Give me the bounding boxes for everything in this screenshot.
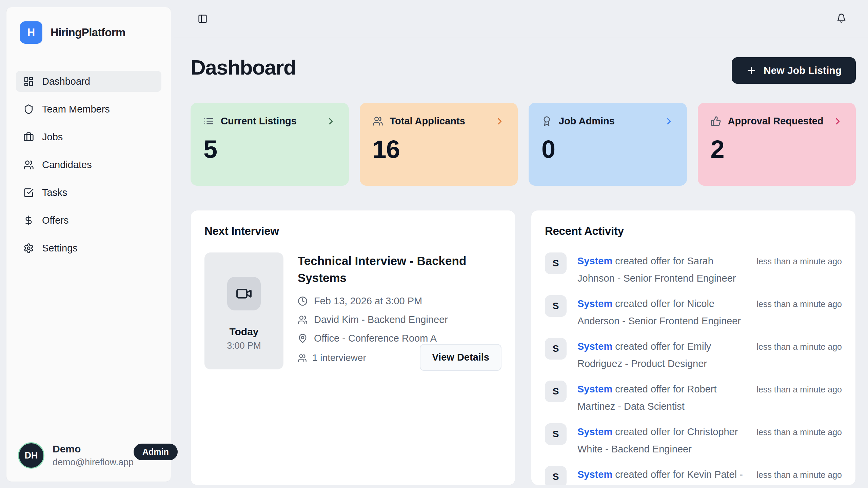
chevron-right-icon [664,116,674,126]
user-name: Demo [53,443,134,455]
interviewer-count-label: 1 interviewer [312,352,366,363]
activity-actor-link[interactable]: System [577,426,612,437]
sidebar-item-jobs[interactable]: Jobs [16,126,161,147]
video-camera-icon [236,285,252,302]
list-icon [203,116,214,126]
recent-activity-title: Recent Activity [545,225,842,238]
clock-icon [298,296,308,306]
sidebar-item-label: Dashboard [42,76,90,87]
activity-actor-link[interactable]: System [577,341,612,352]
activity-timestamp: less than a minute ago [756,252,842,266]
chevron-right-icon [833,116,843,126]
stat-card-total-applicants[interactable]: Total Applicants 16 [360,103,518,186]
sidebar-item-tasks[interactable]: Tasks [16,182,161,203]
next-interview-panel: Next Interview Today 3:00 PM Technical I… [191,210,515,485]
activity-item: S System created offer for Sarah Johnson… [545,252,842,287]
sidebar-item-label: Jobs [42,131,63,143]
thumbs-up-icon [711,116,721,126]
activity-actor-link[interactable]: System [577,384,612,394]
activity-actor-link[interactable]: System [577,298,612,309]
interview-day: Today [229,326,258,338]
recent-activity-panel: Recent Activity S System created offer f… [531,210,856,485]
stat-label: Total Applicants [390,116,465,127]
app-logo-icon: H [20,21,42,44]
stat-label: Job Admins [559,116,615,127]
users-icon [298,353,307,363]
activity-actor-link[interactable]: System [577,256,612,266]
stat-card-job-admins[interactable]: Job Admins 0 [529,103,687,186]
activity-avatar: S [545,338,567,360]
sidebar-item-settings[interactable]: Settings [16,238,161,259]
sidebar: H HiringPlatform Dashboard Team Members … [6,7,171,482]
stat-card-approval-requested[interactable]: Approval Requested 2 [698,103,856,186]
sidebar-item-team-members[interactable]: Team Members [16,99,161,120]
app-name: HiringPlatform [51,26,125,39]
stat-value: 0 [541,135,674,164]
activity-timestamp: less than a minute ago [756,295,842,309]
view-details-button[interactable]: View Details [420,344,501,371]
interview-datetime: Feb 13, 2026 at 3:00 PM [314,296,422,307]
activity-timestamp: less than a minute ago [756,338,842,352]
activity-text: System created offer for Nicole Anderson… [577,295,750,330]
sidebar-item-offers[interactable]: Offers [16,210,161,231]
activity-text: System created offer for Robert Martinez… [577,381,750,415]
users-icon [298,315,308,325]
activity-avatar: S [545,423,567,445]
stat-cards: Current Listings 5 Total Applicants 16 J… [191,103,856,186]
shield-icon [23,104,34,115]
interview-datetime-row: Feb 13, 2026 at 3:00 PM [298,296,501,307]
interview-time: 3:00 PM [227,341,261,351]
briefcase-icon [23,132,34,142]
main-area: Dashboard New Job Listing Current Listin… [174,0,868,488]
activity-timestamp: less than a minute ago [756,381,842,394]
sidebar-item-candidates[interactable]: Candidates [16,154,161,175]
sidebar-item-dashboard[interactable]: Dashboard [16,71,161,92]
app-logo: H HiringPlatform [16,21,161,44]
dollar-sign-icon [23,215,34,226]
sidebar-toggle-button[interactable] [198,14,208,24]
new-job-listing-button[interactable]: New Job Listing [732,57,856,84]
activity-text: System created offer for Emily Rodriguez… [577,338,750,372]
interview-candidate-row: David Kim - Backend Engineer [298,314,501,325]
activity-timestamp: less than a minute ago [756,466,842,480]
user-profile[interactable]: DH Demo demo@hireflow.app Admin [16,442,161,469]
sidebar-item-label: Settings [42,243,78,254]
sidebar-nav: Dashboard Team Members Jobs Candidates T… [16,71,161,259]
activity-text: System created offer for Christopher Whi… [577,423,750,458]
activity-avatar: S [545,252,567,274]
map-pin-icon [298,333,308,343]
users-icon [373,116,383,126]
stat-value: 5 [203,135,336,164]
panel-left-icon [198,14,208,24]
square-check-icon [23,187,34,198]
activity-avatar: S [545,295,567,317]
stat-value: 16 [373,135,505,164]
interview-location-row: Office - Conference Room A [298,333,501,344]
interview-thumbnail: Today 3:00 PM [204,252,283,369]
stat-card-current-listings[interactable]: Current Listings 5 [191,103,349,186]
plus-icon [746,65,757,76]
user-email: demo@hireflow.app [53,457,134,468]
layout-dashboard-icon [23,76,34,87]
interviewer-count: 1 interviewer [298,352,366,371]
activity-timestamp: less than a minute ago [756,423,842,437]
role-badge: Admin [134,444,178,460]
users-icon [23,160,34,170]
chevron-right-icon [495,116,505,126]
new-job-listing-label: New Job Listing [764,65,842,76]
topbar [174,0,868,38]
stat-value: 2 [711,135,843,164]
notifications-button[interactable] [836,13,846,23]
bell-icon [836,13,846,23]
interview-job-title: Technical Interview - Backend Systems [298,252,494,286]
activity-avatar: S [545,381,567,402]
settings-icon [23,243,34,253]
activity-actor-link[interactable]: System [577,469,612,480]
dashboard-content: Dashboard New Job Listing Current Listin… [174,38,868,485]
stat-label: Current Listings [221,116,297,127]
chevron-right-icon [326,116,336,126]
activity-list: S System created offer for Sarah Johnson… [545,252,842,485]
sidebar-item-label: Team Members [42,104,110,115]
sidebar-item-label: Tasks [42,187,67,198]
activity-text: System created offer for Sarah Johnson -… [577,252,750,287]
